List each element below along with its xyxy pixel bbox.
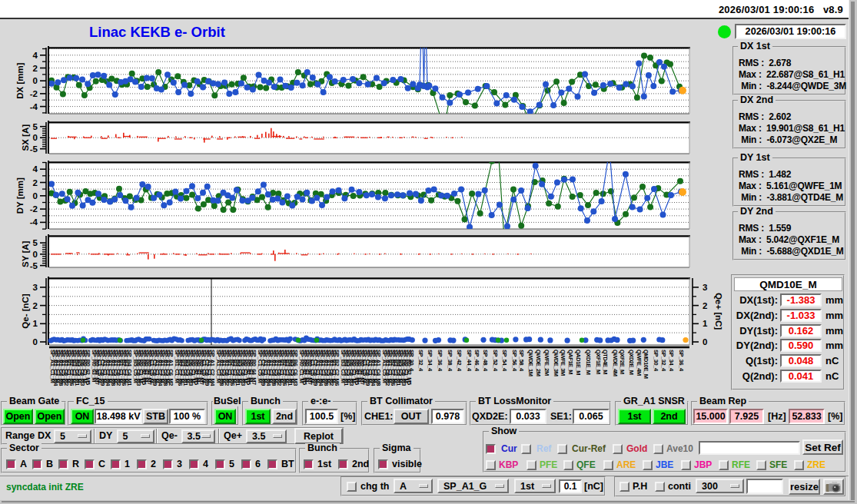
svg-text:SP_34_4: SP_34_4 xyxy=(668,350,675,372)
svg-text:SP_54_4: SP_54_4 xyxy=(501,350,508,372)
svg-text:DY [mm]: DY [mm] xyxy=(15,177,25,214)
svg-text:QXF2E_M: QXF2E_M xyxy=(619,350,626,374)
svg-text:SP_38_4: SP_38_4 xyxy=(447,350,453,372)
svg-text:1: 1 xyxy=(33,319,38,328)
svg-text:SY [A]: SY [A] xyxy=(21,240,30,267)
svg-text:QWDE_1M: QWDE_1M xyxy=(527,350,534,376)
svg-text:SP_R0_64_M7: SP_R0_64_M7 xyxy=(251,350,257,385)
svg-text:SP_A1_C4_M8: SP_A1_C4_M8 xyxy=(375,350,382,386)
svg-text:0: 0 xyxy=(33,250,38,259)
svg-text:2: 2 xyxy=(33,301,38,310)
svg-text:SP_36_4: SP_36_4 xyxy=(437,350,443,372)
svg-text:QWDE_3M: QWDE_3M xyxy=(553,350,560,376)
svg-text:-4: -4 xyxy=(30,217,38,227)
svg-text:2: 2 xyxy=(703,301,707,310)
svg-text:SP_58_4: SP_58_4 xyxy=(518,350,525,372)
svg-text:QAD1E_M: QAD1E_M xyxy=(575,350,582,375)
svg-text:SP_56_4: SP_56_4 xyxy=(511,350,518,372)
svg-text:0: 0 xyxy=(33,191,38,201)
svg-text:DX [mm]: DX [mm] xyxy=(15,62,25,98)
svg-text:QXD2E_M: QXD2E_M xyxy=(628,350,635,375)
svg-text:SP_42_4: SP_42_4 xyxy=(456,350,463,372)
svg-text:4: 4 xyxy=(33,51,38,60)
svg-text:0: 0 xyxy=(703,337,707,346)
svg-text:1: 1 xyxy=(703,319,708,328)
svg-text:QXD1E_M: QXD1E_M xyxy=(585,350,592,375)
svg-text:0: 0 xyxy=(33,337,38,346)
svg-text:SP_30_4: SP_30_4 xyxy=(408,350,415,372)
svg-text:SP_32_4: SP_32_4 xyxy=(417,350,424,372)
svg-text:SP_46_4: SP_46_4 xyxy=(473,350,480,372)
svg-text:5: 5 xyxy=(33,122,38,131)
svg-text:QWFE_2M: QWFE_2M xyxy=(543,350,550,376)
svg-text:5: 5 xyxy=(33,238,38,247)
svg-text:SP_R0_62_M5: SP_R0_62_M5 xyxy=(85,350,91,385)
svg-text:3: 3 xyxy=(703,283,707,292)
svg-text:QWDE_4M: QWDE_4M xyxy=(612,350,619,376)
svg-text:Qe- [nC]: Qe- [nC] xyxy=(21,293,30,329)
svg-text:SP_B6_C6_M3: SP_B6_C6_M3 xyxy=(292,350,299,386)
svg-text:SP_30_4: SP_30_4 xyxy=(653,350,659,372)
svg-text:QMD10E_M: QMD10E_M xyxy=(643,350,649,379)
svg-text:-5: -5 xyxy=(30,261,38,270)
svg-text:SP_B2_C2_M6: SP_B2_C2_M6 xyxy=(334,350,340,386)
svg-text:-5: -5 xyxy=(30,144,38,154)
svg-text:SP_52_4: SP_52_4 xyxy=(492,350,499,372)
svg-text:SP_A1_C2_M4: SP_A1_C2_M4 xyxy=(209,350,216,386)
svg-text:QWFE_4M: QWFE_4M xyxy=(636,350,643,376)
svg-text:4: 4 xyxy=(33,164,38,174)
svg-text:QWFE_3M: QWFE_3M xyxy=(560,350,566,376)
svg-text:2: 2 xyxy=(33,64,38,73)
svg-text:SP_34_4: SP_34_4 xyxy=(427,350,433,372)
svg-text:SP_32_4: SP_32_4 xyxy=(660,350,667,372)
svg-text:0: 0 xyxy=(33,133,38,142)
svg-text:SP_A1_C6_M2: SP_A1_C6_M2 xyxy=(168,350,174,386)
svg-text:2: 2 xyxy=(33,178,38,187)
svg-text:SP_B4_C4_M1: SP_B4_C4_M1 xyxy=(126,350,133,386)
svg-text:-4: -4 xyxy=(30,102,38,111)
svg-text:Qe+ [nC]: Qe+ [nC] xyxy=(714,293,722,330)
svg-text:QTD4E_M: QTD4E_M xyxy=(602,350,609,374)
svg-text:QXF1E_M: QXF1E_M xyxy=(595,350,602,374)
svg-text:-2: -2 xyxy=(30,89,38,98)
svg-text:QWDE_2M: QWDE_2M xyxy=(535,350,542,376)
svg-text:0: 0 xyxy=(33,76,38,85)
svg-text:SX [A]: SX [A] xyxy=(21,124,30,151)
svg-text:SP_44_4: SP_44_4 xyxy=(466,350,473,372)
svg-text:SP_48_4: SP_48_4 xyxy=(482,350,489,372)
svg-text:-2: -2 xyxy=(30,204,38,214)
svg-text:SP_36_4: SP_36_4 xyxy=(678,350,685,372)
svg-text:3: 3 xyxy=(33,283,38,292)
svg-text:QAF1E_M: QAF1E_M xyxy=(567,350,574,374)
